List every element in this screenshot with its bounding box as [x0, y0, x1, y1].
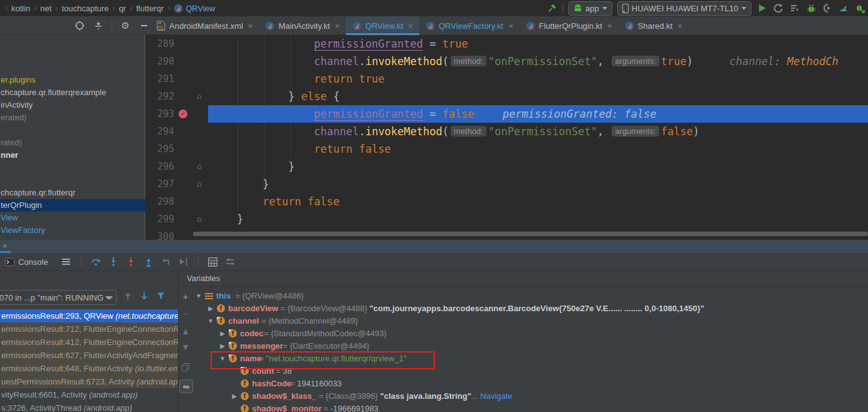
tree-item[interactable]: terQrPlugin — [0, 199, 145, 212]
frame-row[interactable]: uestPermissionsResult:6723, Activity (an… — [0, 375, 178, 388]
apply-code-changes-icon[interactable] — [789, 3, 800, 14]
fold-icon[interactable]: ⌂ — [197, 210, 202, 228]
drop-frame-icon[interactable] — [160, 256, 172, 267]
breadcrumb-item[interactable]: kotlin — [11, 4, 30, 13]
chevron-right-icon[interactable]: ▶ — [219, 340, 226, 353]
frame-down-icon[interactable] — [140, 292, 148, 301]
code-line-291[interactable]: 291return true — [145, 70, 868, 88]
step-into-icon[interactable] — [108, 256, 119, 267]
move-down-icon[interactable]: ▼ — [179, 341, 192, 353]
tab-qrview-kt[interactable]: QRView.kt× — [346, 16, 419, 35]
fold-icon[interactable]: ⌂ — [197, 88, 202, 105]
move-up-icon[interactable]: ▲ — [179, 325, 192, 337]
tree-item[interactable]: nner — [0, 149, 18, 162]
evaluate-expression-icon[interactable] — [207, 256, 219, 267]
frame-row[interactable]: ermissionsResult:627, FlutterActivityAnd… — [0, 349, 178, 362]
horizontal-scrollbar[interactable] — [193, 232, 868, 236]
tree-item[interactable]: inActivity — [0, 99, 33, 111]
run-config-dropdown[interactable]: app — [568, 1, 612, 16]
frame-row[interactable]: ermissionsResult:412, FlutterEngineConne… — [0, 336, 178, 349]
close-icon[interactable]: × — [248, 21, 253, 31]
attach-debugger-to-process-icon[interactable] — [854, 3, 865, 14]
code-line-295[interactable]: 295return false — [145, 140, 868, 158]
chevron-down-icon[interactable]: ▼ — [195, 290, 202, 302]
line-number[interactable]: 294 — [145, 123, 174, 140]
tree-item[interactable]: rated) — [0, 136, 22, 149]
frame-row[interactable]: ermissionsResult:293, QRView (net.touchc… — [0, 309, 178, 322]
code-line-293[interactable]: 293✓permissionGranted = falsepermissionG… — [145, 105, 868, 123]
fold-icon[interactable]: ⌂ — [197, 175, 202, 193]
close-icon[interactable]: × — [335, 21, 340, 31]
code-line-298[interactable]: 298return false — [145, 193, 868, 210]
step-over-icon[interactable] — [90, 256, 102, 267]
tab-console[interactable]: Console — [0, 257, 53, 267]
close-icon[interactable]: × — [677, 21, 682, 31]
hide-panel-icon[interactable] — [139, 20, 150, 31]
force-step-into-icon[interactable] — [125, 256, 137, 267]
tree-item[interactable]: ViewFactory — [0, 224, 45, 237]
tab-shared-kt[interactable]: Shared.kt× — [619, 16, 689, 35]
code-line-292[interactable]: 292⌂} else { — [145, 88, 868, 105]
watches-infinity-icon[interactable]: ∞ — [179, 379, 193, 393]
layout-settings-icon[interactable] — [61, 256, 72, 267]
device-dropdown[interactable]: HUAWEI HUAWEI MT7-TL10 — [617, 1, 751, 16]
line-number[interactable]: 295 — [145, 140, 174, 158]
remove-watch-icon[interactable]: − — [179, 307, 192, 320]
chevron-down-icon[interactable]: ▼ — [207, 315, 214, 327]
line-number[interactable]: 298 — [145, 193, 174, 210]
tree-item[interactable]: chcapture.qr.flutterqrexample — [0, 86, 106, 99]
build-hammer-icon[interactable] — [546, 3, 558, 14]
breadcrumb-item[interactable]: net — [40, 4, 51, 13]
run-to-cursor-icon[interactable] — [178, 256, 189, 267]
chevron-right-icon[interactable]: ▶ — [219, 327, 226, 340]
gear-icon[interactable]: ⚙ — [120, 20, 131, 31]
breakpoint-icon[interactable]: ✓ — [179, 110, 187, 118]
close-icon[interactable]: × — [508, 21, 513, 31]
line-number[interactable]: 290 — [145, 53, 174, 70]
tree-item[interactable]: chcapture.qr.flutterqr — [0, 187, 75, 199]
navigate-link[interactable]: Navigate — [480, 391, 512, 401]
step-out-icon[interactable] — [143, 256, 154, 267]
settings-sliders-icon[interactable] — [225, 256, 236, 267]
filter-icon[interactable] — [157, 292, 165, 301]
fold-icon[interactable]: ⌂ — [197, 158, 202, 175]
collapse-all-icon[interactable] — [93, 20, 104, 31]
tree-item[interactable]: erated) — [0, 111, 26, 124]
line-number[interactable]: 299 — [145, 210, 174, 228]
locate-file-icon[interactable] — [74, 20, 85, 31]
add-watch-icon[interactable]: + — [179, 291, 192, 303]
duplicate-icon[interactable] — [179, 361, 192, 373]
run-button[interactable] — [756, 3, 768, 14]
attach-debugger-icon[interactable] — [822, 3, 833, 14]
frame-row[interactable]: vityResult:6601, Activity (android.app) — [0, 388, 178, 401]
code-line-296[interactable]: 296⌂} — [145, 158, 868, 175]
debug-button[interactable] — [805, 3, 817, 14]
line-number[interactable]: 292 — [145, 88, 174, 105]
breadcrumb-item[interactable]: touchcapture — [61, 4, 108, 13]
tree-item[interactable]: View — [0, 212, 18, 224]
breadcrumb-item[interactable]: qr — [119, 4, 127, 13]
breadcrumb-item[interactable]: flutterqr — [136, 4, 164, 13]
chevron-right-icon[interactable]: ▶ — [231, 390, 238, 403]
line-number[interactable]: 296 — [145, 158, 174, 175]
code-line-297[interactable]: 297⌂} — [145, 175, 868, 193]
frame-row[interactable]: ermissionsResult:648, FlutterActivity (i… — [0, 362, 178, 375]
line-number[interactable]: 293 — [145, 105, 174, 123]
breadcrumb-current[interactable]: QRView — [174, 4, 215, 13]
code-line-299[interactable]: 299⌂} — [145, 210, 868, 228]
tree-item[interactable]: er.plugins — [0, 74, 36, 86]
frame-row[interactable]: s:3726, ActivityThread (android.app) — [0, 401, 178, 412]
tab-qrviewfactory-kt[interactable]: QRViewFactory.kt× — [419, 16, 520, 35]
code-line-290[interactable]: 290channel.invokeMethod(method:"onPermis… — [145, 53, 868, 70]
apply-changes-restart-icon[interactable] — [773, 3, 784, 14]
code-line-289[interactable]: 289permissionGranted = true — [145, 35, 868, 53]
close-icon[interactable]: × — [607, 21, 612, 31]
line-number[interactable]: 297 — [145, 175, 174, 193]
tab-flutterqrplugin-kt[interactable]: FlutterQrPlugin.kt× — [520, 16, 619, 35]
code-editor[interactable]: 289permissionGranted = true290channel.in… — [145, 35, 868, 240]
frame-row[interactable]: ermissionsResult:712, FlutterEngineConne… — [0, 322, 178, 336]
thread-dropdown[interactable]: 070 in ...p "main": RUNNING — [0, 290, 117, 305]
code-line-294[interactable]: 294channel.invokeMethod(method:"onPermis… — [145, 123, 868, 140]
close-icon[interactable]: × — [408, 21, 413, 31]
chevron-right-icon[interactable]: ▶ — [207, 302, 214, 315]
